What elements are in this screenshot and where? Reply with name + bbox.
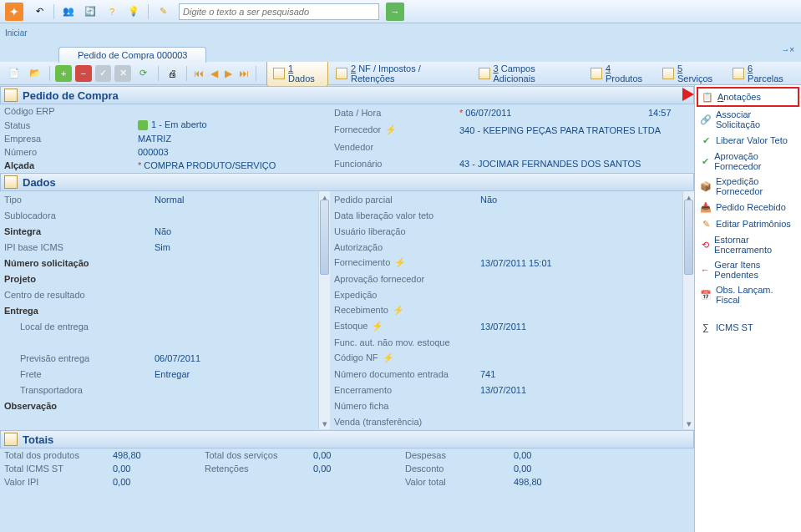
side-item-icon: 📅 — [700, 289, 712, 301]
side-action-item[interactable]: ∑ICMS ST — [697, 319, 799, 336]
document-tab[interactable]: Pedido de Compra 000003 — [58, 47, 206, 63]
section-tab-4[interactable]: 4 Produtos — [585, 61, 655, 86]
scrollbar-left[interactable]: ▴ ▾ — [318, 191, 330, 429]
new-doc-icon[interactable]: 📄 — [5, 64, 23, 83]
bolt-icon: ⚡ — [394, 257, 406, 267]
total-label: Total dos produtos — [0, 448, 109, 462]
data-field-row: Pedido parcialNão — [330, 191, 694, 207]
bolt-icon: ⚡ — [393, 305, 404, 315]
section-tab-1[interactable]: 1 Dados — [266, 60, 328, 87]
total-label: Valor total — [401, 475, 509, 489]
side-action-item[interactable]: ✔Liberar Valor Teto — [697, 132, 799, 149]
total-value: 0,00 — [309, 462, 401, 475]
dados-panel-title: Dados — [23, 176, 56, 189]
edit-icon[interactable]: ✎ — [154, 3, 172, 21]
data-field-row: Projeto — [0, 271, 330, 286]
cancel-button[interactable]: ✕ — [114, 65, 131, 82]
side-item-icon: ∑ — [700, 322, 712, 333]
data-field-row: Observação — [0, 398, 330, 413]
data-field-row: Expedição — [330, 286, 694, 302]
header-panel: Pedido de Compra Código ERPStatus1 - Em … — [0, 86, 694, 172]
open-folder-icon[interactable]: 📂 — [27, 64, 45, 83]
data-field-row: Venda (transferência) — [330, 413, 694, 429]
data-field-row: Centro de resultado — [0, 286, 330, 302]
bolt-icon: ⚡ — [383, 352, 394, 362]
nav-first-icon[interactable]: ⏮ — [192, 68, 205, 79]
data-field-row: Previsão entrega06/07/2011 — [0, 350, 330, 366]
section-tab-3[interactable]: 3 Campos Adicionais — [473, 61, 584, 86]
remove-button[interactable]: − — [75, 65, 92, 82]
total-value: 0,00 — [109, 475, 200, 489]
scroll-thumb[interactable] — [684, 200, 693, 275]
header-field-row: Funcionário43 - JOCIMAR FERNANDES DOS SA… — [330, 155, 694, 172]
section-tab-5[interactable]: 5 Serviços — [657, 61, 725, 86]
total-value: 0,00 — [509, 462, 601, 475]
header-field-row: EmpresaMATRIZ — [0, 132, 330, 145]
side-action-item[interactable]: ←Gerar Itens Pendentes — [697, 257, 799, 282]
data-field-row: Data liberação valor teto — [330, 207, 694, 223]
total-label: Retenções — [200, 462, 309, 475]
side-item-icon: ✔ — [700, 134, 712, 146]
total-label: Total dos serviços — [200, 448, 309, 462]
refresh-button[interactable]: ⟳ — [134, 64, 153, 83]
tip-icon[interactable]: 💡 — [124, 3, 143, 21]
side-item-label: Obs. Lançam. Fiscal — [716, 285, 796, 305]
calendar-icon — [336, 68, 347, 79]
panel-icon — [4, 175, 18, 189]
side-action-item[interactable]: ✎Editar Patrimônios — [697, 215, 799, 232]
side-item-icon: 🔗 — [700, 114, 712, 125]
side-item-label: Liberar Valor Teto — [716, 135, 788, 145]
data-field-row: FreteEntregar — [0, 366, 330, 382]
data-field-row: TipoNormal — [0, 191, 330, 207]
side-action-item[interactable]: 📋Anotações — [697, 87, 799, 107]
search-input[interactable] — [179, 3, 379, 20]
start-row: Iniciar — [0, 23, 801, 42]
side-action-item[interactable]: 📅Obs. Lançam. Fiscal — [697, 282, 799, 307]
data-field-row: Func. aut. não mov. estoque — [330, 334, 694, 350]
app-start-icon[interactable]: ✦ — [5, 3, 23, 21]
side-item-icon: 📋 — [702, 91, 713, 103]
side-item-icon: ← — [700, 264, 710, 276]
highlight-arrow-icon — [682, 88, 694, 101]
side-action-item[interactable]: 📦Expedição Fornecedor — [697, 174, 799, 199]
refresh-icon[interactable]: 🔄 — [81, 3, 99, 21]
total-value — [309, 475, 401, 489]
total-value: 498,80 — [509, 475, 601, 489]
scroll-down-icon[interactable]: ▾ — [319, 418, 330, 429]
confirm-button[interactable]: ✓ — [95, 65, 112, 82]
side-action-item[interactable]: ⟲Estornar Encerramento — [697, 232, 799, 257]
total-label: Despesas — [401, 448, 509, 462]
side-action-item[interactable]: ✔Aprovação Fornecedor — [697, 149, 799, 174]
nav-prev-icon[interactable]: ◀ — [209, 68, 220, 79]
side-item-icon: 📦 — [700, 180, 712, 192]
print-icon[interactable]: 🖨 — [164, 64, 182, 83]
data-field-row: Transportadora — [0, 382, 330, 398]
add-button[interactable]: + — [55, 65, 72, 82]
total-value: 0,00 — [309, 448, 401, 462]
total-label: Desconto — [401, 462, 509, 475]
calendar-icon — [273, 68, 285, 79]
search-go-button[interactable]: → — [386, 3, 404, 21]
scroll-thumb[interactable] — [320, 200, 329, 275]
nav-last-icon[interactable]: ⏭ — [237, 68, 251, 79]
section-tab-2[interactable]: 2 NF / Impostos / Retenções — [330, 61, 471, 86]
help-icon[interactable]: ? — [103, 3, 121, 21]
header-field-row: Alçada* COMPRA PRODUTO/SERVIÇO — [0, 159, 330, 172]
side-item-label: Estornar Encerramento — [714, 235, 796, 255]
undo-icon[interactable]: ↶ — [30, 3, 48, 21]
side-item-label: Anotações — [717, 92, 761, 102]
header-field-row: Número000003 — [0, 145, 330, 159]
nav-next-icon[interactable]: ▶ — [223, 68, 234, 79]
tab-close-icon[interactable]: →× — [781, 45, 794, 54]
scroll-down-icon[interactable]: ▾ — [683, 418, 694, 429]
side-action-item[interactable]: 📥Pedido Recebido — [697, 199, 799, 215]
section-tab-6[interactable]: 6 Parcelas — [727, 61, 796, 86]
scrollbar-right[interactable]: ▴ ▾ — [682, 191, 694, 429]
people-icon[interactable]: 👥 — [59, 3, 78, 21]
separator — [148, 4, 149, 19]
header-field-row: Fornecedor ⚡340 - KEEPING PEÇAS PARA TRA… — [330, 121, 694, 139]
bolt-icon: ⚡ — [385, 124, 397, 134]
data-field-row: Local de entrega — [0, 318, 330, 334]
side-action-item[interactable]: 🔗Associar Solicitação — [697, 107, 799, 132]
header-field-row: Status1 - Em aberto — [0, 118, 330, 132]
